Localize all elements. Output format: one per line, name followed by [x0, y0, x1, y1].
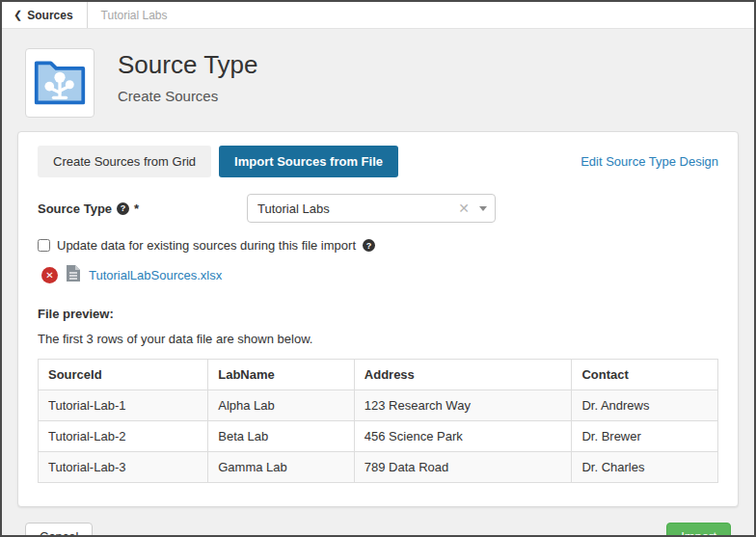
- source-type-label-text: Source Type: [38, 201, 112, 216]
- column-header: SourceId: [39, 360, 208, 390]
- back-to-sources-button[interactable]: ❮ Sources: [2, 2, 87, 28]
- table-cell: Beta Lab: [208, 421, 355, 452]
- column-header: Address: [354, 360, 572, 390]
- table-row: Tutorial-Lab-3Gamma Lab789 Data RoadDr. …: [39, 452, 718, 483]
- back-label: Sources: [27, 9, 72, 22]
- table-cell: Dr. Andrews: [572, 390, 718, 421]
- cancel-button[interactable]: Cancel: [25, 523, 93, 537]
- uploaded-file-link[interactable]: TutorialLabSources.xlsx: [89, 268, 222, 282]
- table-row: Tutorial-Lab-1Alpha Lab123 Research WayD…: [39, 390, 718, 421]
- source-type-selected-value: Tutorial Labs: [257, 201, 330, 216]
- source-type-field-label: Source Type ? *: [38, 201, 247, 216]
- create-sources-panel: Create Sources from Grid Import Sources …: [17, 131, 739, 507]
- source-type-select[interactable]: Tutorial Labs ✕: [247, 194, 496, 223]
- table-cell: 123 Research Way: [354, 390, 572, 421]
- tab-group: Create Sources from Grid Import Sources …: [38, 146, 398, 177]
- table-cell: Tutorial-Lab-2: [39, 421, 208, 452]
- breadcrumb: ❮ Sources Tutorial Labs: [2, 2, 754, 29]
- table-cell: Gamma Lab: [208, 452, 355, 483]
- update-existing-sources-label: Update data for existing sources during …: [57, 238, 356, 253]
- table-cell: Tutorial-Lab-1: [39, 390, 208, 421]
- sources-folder-icon: [31, 54, 89, 112]
- file-preview-heading: File preview:: [38, 307, 718, 321]
- table-header-row: SourceIdLabNameAddressContact: [39, 360, 718, 390]
- page-header: Source Type Create Sources: [17, 29, 739, 131]
- chevron-left-icon: ❮: [14, 10, 22, 20]
- clear-selection-icon[interactable]: ✕: [458, 201, 470, 215]
- file-preview-table: SourceIdLabNameAddressContact Tutorial-L…: [38, 359, 718, 483]
- footer-actions: Cancel Import: [17, 523, 739, 537]
- help-icon[interactable]: ?: [363, 239, 375, 252]
- help-icon[interactable]: ?: [117, 202, 129, 215]
- column-header: LabName: [208, 360, 355, 390]
- tab-import-sources-from-file[interactable]: Import Sources from File: [219, 146, 398, 177]
- page-title: Source Type: [118, 50, 258, 80]
- edit-source-type-design-link[interactable]: Edit Source Type Design: [580, 154, 718, 169]
- page-subtitle: Create Sources: [118, 88, 258, 104]
- column-header: Contact: [572, 360, 718, 390]
- table-cell: Alpha Lab: [208, 390, 355, 421]
- table-cell: 456 Science Park: [354, 421, 572, 452]
- table-cell: Tutorial-Lab-3: [39, 452, 208, 483]
- breadcrumb-current: Tutorial Labs: [88, 2, 181, 28]
- chevron-down-icon[interactable]: [479, 206, 487, 211]
- table-cell: Dr. Charles: [572, 452, 718, 483]
- import-button[interactable]: Import: [666, 523, 731, 537]
- table-cell: 789 Data Road: [354, 452, 572, 483]
- tab-create-sources-from-grid[interactable]: Create Sources from Grid: [38, 146, 211, 177]
- remove-file-icon[interactable]: ✕: [41, 267, 58, 283]
- update-existing-sources-checkbox[interactable]: [38, 239, 50, 252]
- table-row: Tutorial-Lab-2Beta Lab456 Science ParkDr…: [39, 421, 718, 452]
- file-preview-description: The first 3 rows of your data file are s…: [38, 332, 718, 346]
- required-marker: *: [134, 201, 139, 216]
- source-type-icon-card: [25, 48, 94, 118]
- file-icon: [67, 265, 80, 285]
- table-cell: Dr. Brewer: [572, 421, 718, 452]
